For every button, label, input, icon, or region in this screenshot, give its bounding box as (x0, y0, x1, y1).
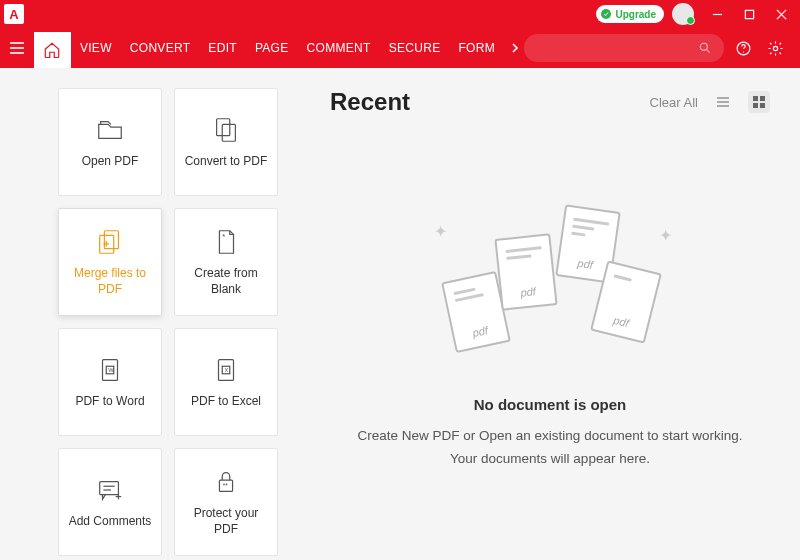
svg-text:X: X (225, 368, 229, 374)
card-label: Add Comments (69, 514, 152, 530)
pdf-label: pdf (453, 320, 506, 343)
tab-form[interactable]: FORM (449, 41, 504, 55)
tab-page[interactable]: PAGE (246, 41, 298, 55)
menu-button[interactable] (0, 28, 34, 68)
home-icon (43, 41, 61, 59)
svg-point-0 (601, 9, 611, 19)
add-comments-card[interactable]: Add Comments (58, 448, 162, 556)
ribbon-tabs: VIEW CONVERT EDIT PAGE COMMENT SECURE FO… (71, 28, 524, 68)
tab-view[interactable]: VIEW (71, 41, 121, 55)
svg-rect-14 (222, 125, 235, 142)
sparkle-icon: ✦ (434, 222, 447, 241)
svg-rect-37 (760, 96, 765, 101)
tab-edit[interactable]: EDIT (199, 41, 246, 55)
check-circle-icon (600, 8, 612, 20)
svg-point-11 (742, 51, 743, 52)
merge-icon (94, 226, 126, 258)
hamburger-icon (8, 39, 26, 57)
svg-text:**: ** (223, 482, 229, 489)
folder-open-icon (94, 114, 126, 146)
convert-icon (210, 114, 242, 146)
maximize-button[interactable] (734, 0, 764, 28)
blank-doc-icon: * (210, 226, 242, 258)
merge-files-card[interactable]: Merge files to PDF (58, 208, 162, 316)
list-view-button[interactable] (712, 91, 734, 113)
excel-icon: X (210, 354, 242, 386)
empty-line: Your documents will appear here. (358, 448, 743, 471)
upgrade-label: Upgrade (615, 9, 656, 20)
empty-state: ✦ ✦ ✦ pdf pdf pdf pdf (330, 146, 770, 471)
convert-to-pdf-card[interactable]: Convert to PDF (174, 88, 278, 196)
card-label: Merge files to PDF (67, 266, 153, 297)
svg-text:W: W (108, 368, 114, 374)
grid-view-button[interactable] (748, 91, 770, 113)
card-label: PDF to Word (75, 394, 144, 410)
chevron-right-icon (509, 42, 521, 54)
tab-secure[interactable]: SECURE (380, 41, 450, 55)
tab-comment[interactable]: COMMENT (298, 41, 380, 55)
user-avatar[interactable] (672, 3, 694, 25)
doc-icon: pdf (494, 233, 557, 310)
help-icon (735, 40, 752, 57)
tab-convert[interactable]: CONVERT (121, 41, 200, 55)
upgrade-button[interactable]: Upgrade (596, 5, 664, 23)
pdf-label: pdf (502, 283, 555, 300)
empty-title: No document is open (474, 396, 627, 413)
gear-icon (767, 40, 784, 57)
more-tabs-button[interactable] (506, 39, 524, 57)
create-blank-card[interactable]: * Create from Blank (174, 208, 278, 316)
close-button[interactable] (766, 0, 796, 28)
svg-line-9 (707, 50, 710, 53)
content-area: Open PDF Convert to PDF Merge files to P… (0, 68, 800, 560)
svg-rect-36 (753, 96, 758, 101)
pdf-label: pdf (594, 309, 647, 333)
card-label: Open PDF (82, 154, 139, 170)
svg-rect-38 (753, 103, 758, 108)
svg-point-8 (700, 43, 707, 50)
search-input[interactable] (524, 34, 724, 62)
list-icon (715, 94, 731, 110)
ribbon: VIEW CONVERT EDIT PAGE COMMENT SECURE FO… (0, 28, 800, 68)
recent-panel: Recent Clear All ✦ ✦ ✦ pdf (278, 88, 800, 560)
empty-line: Create New PDF or Open an existing docum… (358, 425, 743, 448)
lock-icon: ** (210, 466, 242, 498)
empty-illustration: ✦ ✦ ✦ pdf pdf pdf pdf (420, 196, 680, 376)
svg-rect-13 (217, 119, 230, 136)
word-icon: W (94, 354, 126, 386)
card-label: Protect your PDF (183, 506, 269, 537)
sparkle-icon: ✦ (659, 226, 672, 245)
help-button[interactable] (730, 35, 756, 61)
settings-button[interactable] (762, 35, 788, 61)
protect-pdf-card[interactable]: ** Protect your PDF (174, 448, 278, 556)
action-grid: Open PDF Convert to PDF Merge files to P… (0, 88, 278, 560)
card-label: PDF to Excel (191, 394, 261, 410)
card-label: Convert to PDF (185, 154, 268, 170)
empty-description: Create New PDF or Open an existing docum… (358, 425, 743, 471)
recent-title: Recent (330, 88, 410, 116)
home-tab[interactable] (34, 32, 71, 68)
grid-icon (751, 94, 767, 110)
pdf-to-word-card[interactable]: W PDF to Word (58, 328, 162, 436)
svg-text:*: * (222, 233, 225, 242)
clear-all-button[interactable]: Clear All (650, 95, 698, 110)
pdf-to-excel-card[interactable]: X PDF to Excel (174, 328, 278, 436)
minimize-button[interactable] (702, 0, 732, 28)
card-label: Create from Blank (183, 266, 269, 297)
svg-rect-26 (100, 482, 119, 495)
search-icon (698, 41, 712, 55)
open-pdf-card[interactable]: Open PDF (58, 88, 162, 196)
svg-rect-2 (745, 10, 753, 18)
comment-icon (94, 474, 126, 506)
titlebar: A Upgrade (0, 0, 800, 28)
app-logo: A (4, 4, 24, 24)
svg-point-12 (773, 46, 777, 50)
svg-rect-39 (760, 103, 765, 108)
